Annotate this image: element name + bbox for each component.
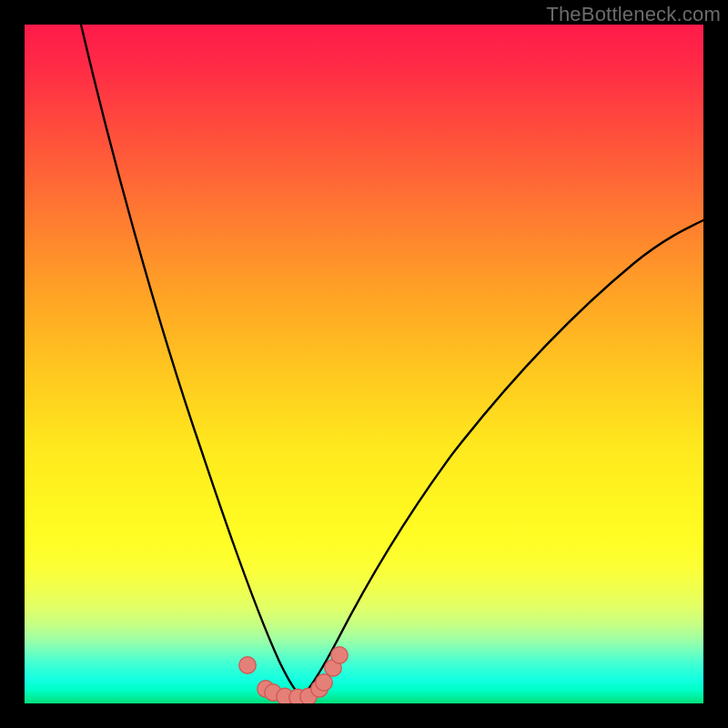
- outer-frame: TheBottleneck.com: [0, 0, 728, 728]
- svg-point-0: [239, 657, 256, 673]
- curve-left: [81, 25, 301, 696]
- curve-right: [301, 220, 703, 696]
- valley-markers: [239, 647, 348, 703]
- svg-point-9: [331, 647, 348, 663]
- plot-area: [25, 25, 703, 703]
- watermark-text: TheBottleneck.com: [546, 3, 721, 26]
- svg-point-7: [316, 674, 332, 691]
- curve-layer: [25, 25, 703, 703]
